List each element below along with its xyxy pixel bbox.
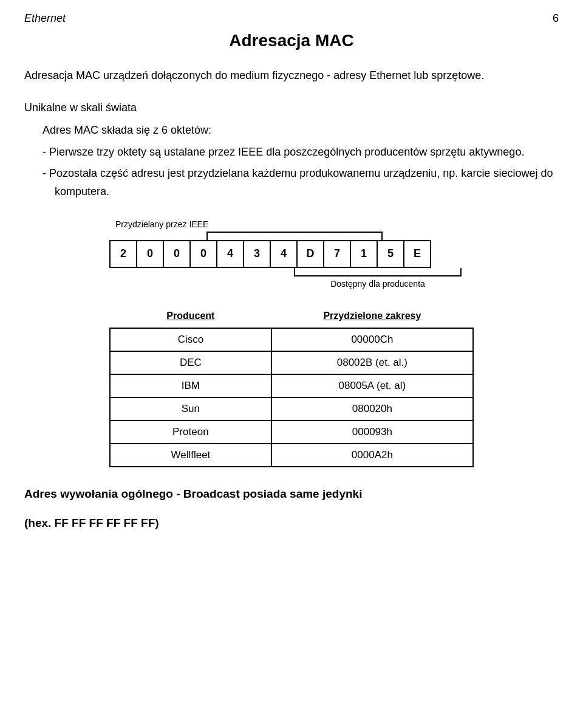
- col-header-ranges: Przydzielone zakresy: [271, 307, 473, 328]
- table-row: Wellfleet0000A2h: [110, 444, 473, 467]
- producer-cell: Wellfleet: [110, 444, 271, 467]
- footer-line1: Adres wywołania ogólnego - Broadcast pos…: [24, 486, 559, 503]
- bullet-item-1: - Pierwsze trzy oktety są ustalane przez…: [43, 143, 559, 162]
- mac-box-9: 1: [350, 240, 378, 268]
- mac-box-1: 0: [136, 240, 164, 268]
- footer-line2: (hex. FF FF FF FF FF FF): [24, 515, 559, 532]
- mac-boxes-row: 2000434D715E: [109, 240, 474, 268]
- producer-cell: DEC: [110, 351, 271, 374]
- page-title: Adresacja MAC: [24, 31, 559, 50]
- mac-box-8: 7: [323, 240, 351, 268]
- mac-box-0: 2: [109, 240, 137, 268]
- bullet-item-2: - Pozostała część adresu jest przydziela…: [43, 164, 559, 201]
- range-cell: 00000Ch: [271, 328, 473, 351]
- intro-paragraph: Adresacja MAC urządzeń dołączonych do me…: [24, 67, 559, 84]
- table-row: IBM08005A (et. al): [110, 374, 473, 397]
- range-cell: 000093h: [271, 421, 473, 444]
- range-cell: 080020h: [271, 397, 473, 421]
- mac-description: Adres MAC składa się z 6 oktetów:: [43, 121, 559, 140]
- table-row: Cisco00000Ch: [110, 328, 473, 351]
- producer-cell: Sun: [110, 397, 271, 421]
- ieee-bracket-top: [206, 232, 383, 240]
- producer-bracket: [294, 268, 462, 276]
- page-number: 6: [553, 12, 559, 25]
- section-heading: Unikalne w skali świata: [24, 98, 559, 117]
- document-title: Ethernet: [24, 12, 66, 25]
- mac-box-4: 4: [216, 240, 244, 268]
- mac-box-10: 5: [377, 240, 404, 268]
- mac-box-5: 3: [243, 240, 271, 268]
- range-cell: 0000A2h: [271, 444, 473, 467]
- producer-label: Dostępny dla producenta: [294, 279, 462, 289]
- mac-box-7: D: [296, 240, 324, 268]
- bullet-list: Adres MAC składa się z 6 oktetów: - Pier…: [43, 121, 559, 201]
- col-header-producer: Producent: [110, 307, 271, 328]
- range-cell: 08005A (et. al): [271, 374, 473, 397]
- table-row: DEC08002B (et. al.): [110, 351, 473, 374]
- table-row: Proteon000093h: [110, 421, 473, 444]
- producer-cell: Cisco: [110, 328, 271, 351]
- ieee-label: Przydzielany przez IEEE: [115, 219, 208, 229]
- mac-diagram: Przydzielany przez IEEE 2000434D715E Dos…: [109, 219, 474, 289]
- vendor-table: Producent Przydzielone zakresy Cisco0000…: [109, 307, 474, 467]
- producer-cell: IBM: [110, 374, 271, 397]
- table-row: Sun080020h: [110, 397, 473, 421]
- mac-box-2: 0: [163, 240, 191, 268]
- mac-box-6: 4: [270, 240, 298, 268]
- mac-box-11: E: [403, 240, 431, 268]
- producer-cell: Proteon: [110, 421, 271, 444]
- vendor-table-container: Producent Przydzielone zakresy Cisco0000…: [109, 307, 474, 467]
- range-cell: 08002B (et. al.): [271, 351, 473, 374]
- mac-box-3: 0: [189, 240, 217, 268]
